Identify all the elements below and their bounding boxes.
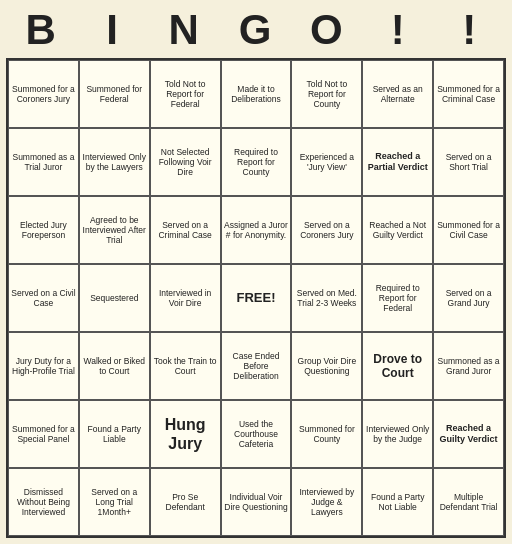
bingo-cell[interactable]: Told Not to Report for Federal [150,60,221,128]
bingo-cell[interactable]: Served on a Civil Case [8,264,79,332]
bingo-cell[interactable]: Served on a Long Trial 1Month+ [79,468,150,536]
bingo-cell[interactable]: Summoned as a Grand Juror [433,332,504,400]
bingo-cell[interactable]: Not Selected Following Voir Dire [150,128,221,196]
bingo-cell[interactable]: Served on Med. Trial 2-3 Weeks [291,264,362,332]
bingo-cell[interactable]: Used the Courthouse Cafeteria [221,400,292,468]
title-letter: O [292,6,363,54]
bingo-cell[interactable]: Assigned a Juror # for Anonymity. [221,196,292,264]
bingo-cell[interactable]: Took the Train to Court [150,332,221,400]
bingo-cell[interactable]: Jury Duty for a High-Profile Trial [8,332,79,400]
bingo-cell[interactable]: Interviewed in Voir Dire [150,264,221,332]
title-letter: ! [363,6,434,54]
bingo-cell[interactable]: Multiple Defendant Trial [433,468,504,536]
bingo-cell[interactable]: Served as an Alternate [362,60,433,128]
title-letter: B [6,6,77,54]
bingo-cell[interactable]: Required to Report for County [221,128,292,196]
title-letter: ! [435,6,506,54]
bingo-cell[interactable]: Told Not to Report for County [291,60,362,128]
bingo-cell[interactable]: Found a Party Liable [79,400,150,468]
bingo-cell[interactable]: Drove to Court [362,332,433,400]
bingo-grid: Summoned for a Coroners JurySummoned for… [6,58,506,538]
bingo-cell[interactable]: Sequestered [79,264,150,332]
bingo-cell[interactable]: Group Voir Dire Questioning [291,332,362,400]
bingo-cell[interactable]: Interviewed by Judge & Lawyers [291,468,362,536]
bingo-cell[interactable]: Summoned for Federal [79,60,150,128]
bingo-cell[interactable]: Summoned for County [291,400,362,468]
bingo-cell[interactable]: Reached a Partial Verdict [362,128,433,196]
bingo-cell[interactable]: Made it to Deliberations [221,60,292,128]
bingo-cell[interactable]: FREE! [221,264,292,332]
bingo-cell[interactable]: Walked or Biked to Court [79,332,150,400]
bingo-cell[interactable]: Summoned for a Special Panel [8,400,79,468]
title-letter: I [77,6,148,54]
bingo-cell[interactable]: Elected Jury Foreperson [8,196,79,264]
bingo-cell[interactable]: Served on a Criminal Case [150,196,221,264]
bingo-cell[interactable]: Reached a Guilty Verdict [433,400,504,468]
bingo-cell[interactable]: Individual Voir Dire Questioning [221,468,292,536]
bingo-cell[interactable]: Found a Party Not Liable [362,468,433,536]
title-letter: N [149,6,220,54]
bingo-cell[interactable]: Hung Jury [150,400,221,468]
bingo-cell[interactable]: Dismissed Without Being Interviewed [8,468,79,536]
bingo-cell[interactable]: Summoned for a Civil Case [433,196,504,264]
bingo-cell[interactable]: Served on a Short Trial [433,128,504,196]
bingo-cell[interactable]: Agreed to be Interviewed After Trial [79,196,150,264]
bingo-cell[interactable]: Required to Report for Federal [362,264,433,332]
bingo-cell[interactable]: Interviewed Only by the Lawyers [79,128,150,196]
title-letter: G [220,6,291,54]
bingo-cell[interactable]: Experienced a 'Jury View' [291,128,362,196]
bingo-cell[interactable]: Summoned for a Coroners Jury [8,60,79,128]
bingo-cell[interactable]: Served on a Grand Jury [433,264,504,332]
bingo-cell[interactable]: Served on a Coroners Jury [291,196,362,264]
bingo-cell[interactable]: Reached a Not Guilty Verdict [362,196,433,264]
bingo-cell[interactable]: Summoned as a Trial Juror [8,128,79,196]
bingo-cell[interactable]: Case Ended Before Deliberation [221,332,292,400]
bingo-cell[interactable]: Interviewed Only by the Judge [362,400,433,468]
bingo-cell[interactable]: Pro Se Defendant [150,468,221,536]
bingo-cell[interactable]: Summoned for a Criminal Case [433,60,504,128]
bingo-title: BINGO!! [6,6,506,54]
